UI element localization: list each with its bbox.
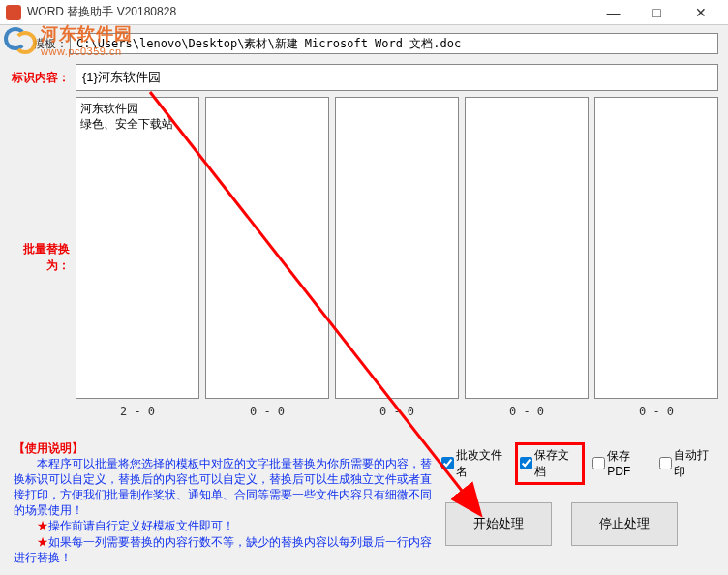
checkbox-save-doc-input[interactable] (520, 457, 532, 469)
column-2-textarea[interactable] (205, 97, 329, 399)
column-2: 0 - 0 (205, 97, 329, 418)
column-5: 0 - 0 (594, 97, 718, 418)
tag-label: 标识内容： (10, 70, 70, 86)
column-5-indicator: 0 - 0 (594, 405, 718, 418)
window-title: WORD 替换助手 V20180828 (27, 4, 592, 20)
column-1-textarea[interactable]: 河东软件园 绿色、安全下载站 (76, 97, 199, 399)
column-3-indicator: 0 - 0 (335, 405, 459, 418)
checkbox-save-pdf[interactable]: 保存PDF (592, 442, 652, 485)
column-4: 0 - 0 (465, 97, 589, 418)
stop-button[interactable]: 停止处理 (571, 502, 678, 546)
checkbox-rename-file-input[interactable] (441, 457, 454, 469)
watermark-url: www.pc0359.cn (41, 45, 133, 57)
app-icon (6, 5, 21, 20)
watermark-logo-icon (2, 21, 39, 58)
column-1: 河东软件园 绿色、安全下载站 2 - 0 (76, 97, 199, 418)
minimize-button[interactable]: — (592, 0, 635, 25)
instructions-title: 【使用说明】 (14, 441, 83, 455)
columns-container: 河东软件园 绿色、安全下载站 2 - 0 0 - 0 0 - 0 0 - 0 0… (76, 97, 718, 418)
column-2-indicator: 0 - 0 (205, 405, 329, 418)
checkbox-rename-file[interactable]: 批改文件名 (441, 442, 511, 485)
checkbox-auto-print[interactable]: 自动打印 (659, 442, 718, 485)
instructions-line1: 本程序可以批量将您选择的模板中对应的文字批量替换为你所需要的内容，替换标识可以自… (14, 457, 432, 518)
watermark: 河东软件园 www.pc0359.cn (2, 21, 133, 58)
template-path-input[interactable]: C:\Users\lenovo\Desktop\素材\新建 Microsoft … (70, 33, 718, 54)
checkbox-save-pdf-input[interactable] (592, 457, 605, 469)
watermark-text: 河东软件园 (41, 22, 133, 45)
bottom-panel: 【使用说明】 本程序可以批量将您选择的模板中对应的文字批量替换为你所需要的内容，… (0, 431, 728, 576)
window-controls: — □ ✕ (592, 0, 722, 25)
tag-content-input[interactable]: {1}河东软件园 (76, 64, 718, 91)
instructions-line2: 操作前请自行定义好模板文件即可！ (48, 519, 234, 532)
maximize-button[interactable]: □ (635, 0, 679, 25)
column-3: 0 - 0 (335, 97, 459, 418)
column-4-textarea[interactable] (465, 97, 589, 399)
checkbox-auto-print-input[interactable] (659, 457, 672, 469)
column-3-textarea[interactable] (335, 97, 459, 399)
instructions: 【使用说明】 本程序可以批量将您选择的模板中对应的文字批量替换为你所需要的内容，… (14, 440, 438, 566)
column-5-textarea[interactable] (594, 97, 718, 399)
start-button[interactable]: 开始处理 (445, 502, 552, 546)
instructions-line3: 如果每一列需要替换的内容行数不等，缺少的替换内容以每列最后一行内容进行替换！ (14, 535, 432, 564)
checkbox-save-doc[interactable]: 保存文档 (520, 447, 579, 480)
replace-label: 批量替换为： (10, 241, 70, 274)
column-4-indicator: 0 - 0 (465, 405, 589, 418)
checkbox-group: 批改文件名 保存文档 保存PDF 自动打印 (441, 442, 718, 485)
highlight-box: 保存文档 (515, 442, 585, 485)
close-button[interactable]: ✕ (679, 0, 722, 25)
column-1-indicator: 2 - 0 (76, 405, 199, 418)
